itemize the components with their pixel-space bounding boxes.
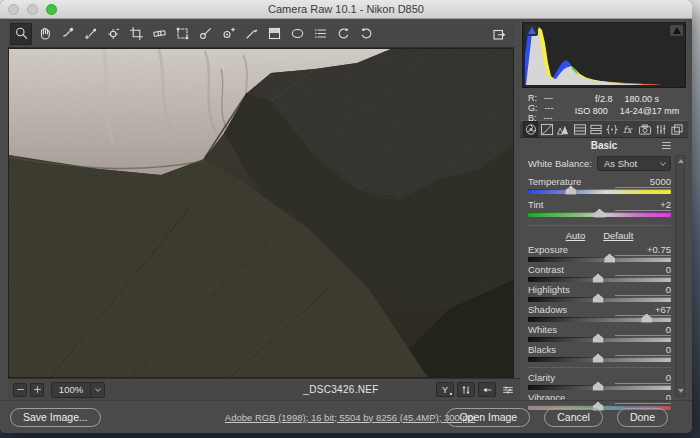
whites-value[interactable]: 0 [615, 325, 671, 336]
rotate-right-tool[interactable] [355, 23, 377, 45]
zoom-tool[interactable] [10, 23, 32, 45]
graduated-filter-tool-icon [267, 26, 282, 41]
tab-tone-curve[interactable] [539, 121, 554, 137]
clarity-slider[interactable] [528, 385, 671, 390]
temperature-slider[interactable] [528, 189, 671, 194]
highlight-clipping-button[interactable] [670, 25, 683, 36]
rotate-right-tool-icon [359, 26, 374, 41]
white-balance-value: As Shot [604, 158, 658, 169]
clarity-slider-thumb[interactable] [593, 382, 604, 391]
auto-link[interactable]: Auto [566, 230, 586, 243]
exposure-slider[interactable] [528, 257, 671, 262]
zoom-window-button[interactable] [46, 4, 57, 15]
shadows-slider[interactable] [528, 317, 671, 322]
lens-corrections-tab-icon [605, 123, 619, 136]
tab-snapshots[interactable] [670, 121, 685, 137]
white-balance-tool-icon [60, 26, 75, 41]
swap-before-after-button[interactable] [457, 382, 475, 397]
tab-hsl-grayscale[interactable] [572, 121, 587, 137]
contrast-value[interactable]: 0 [615, 265, 671, 276]
cancel-button[interactable]: Cancel [544, 408, 603, 427]
graduated-filter-tool[interactable] [263, 23, 285, 45]
contrast-slider-thumb[interactable] [593, 274, 604, 283]
tab-presets[interactable] [653, 121, 668, 137]
tint-value[interactable]: +2 [615, 200, 671, 211]
contrast-slider[interactable] [528, 277, 671, 282]
camera-raw-window: Camera Raw 10.1 - Nikon D850 [0, 0, 692, 433]
white-balance-label: White Balance: [528, 158, 592, 169]
straighten-tool[interactable] [148, 23, 170, 45]
zoom-level-select[interactable]: 100% [51, 382, 105, 398]
adjustment-brush-tool-icon [244, 26, 259, 41]
workflow-options-link[interactable]: Adobe RGB (1998); 16 bit; 5504 by 8256 (… [225, 412, 475, 423]
radial-filter-tool[interactable] [286, 23, 308, 45]
preferences-tool[interactable] [309, 23, 331, 45]
crop-tool[interactable] [125, 23, 147, 45]
blacks-slider-thumb[interactable] [593, 354, 604, 363]
color-sampler-tool[interactable] [79, 23, 101, 45]
panel-scrollbar[interactable] [675, 155, 685, 397]
tab-split-toning[interactable] [588, 121, 603, 137]
scroll-up-icon[interactable] [678, 159, 684, 163]
adjustments-panel: R:--- G:--- B:--- f/2.8180.00 s ISO 8001… [520, 20, 688, 400]
transform-tool[interactable] [171, 23, 193, 45]
white-balance-select[interactable]: As Shot [597, 156, 671, 171]
camera-calibration-tab-icon [638, 123, 652, 136]
blacks-value[interactable]: 0 [615, 345, 671, 356]
targeted-adjustment-tool[interactable] [102, 23, 124, 45]
hand-tool[interactable] [33, 23, 55, 45]
close-button[interactable] [8, 4, 19, 15]
title-bar: Camera Raw 10.1 - Nikon D850 [0, 0, 692, 19]
exposure-value[interactable]: +0.75 [615, 245, 671, 256]
highlights-slider[interactable] [528, 297, 671, 302]
tab-effects[interactable]: fx [621, 121, 636, 137]
red-eye-tool[interactable] [217, 23, 239, 45]
preview-mode-button[interactable]: Y [436, 382, 454, 397]
window-title: Camera Raw 10.1 - Nikon D850 [0, 0, 692, 18]
temperature-slider-thumb[interactable] [565, 186, 576, 195]
zoom-in-button[interactable] [30, 383, 44, 397]
whites-slider-thumb[interactable] [593, 334, 604, 343]
done-button[interactable]: Done [617, 408, 668, 427]
white-balance-tool[interactable] [56, 23, 78, 45]
highlights-slider-thumb[interactable] [593, 294, 604, 303]
blacks-slider[interactable] [528, 357, 671, 362]
chevron-down-icon [90, 383, 104, 397]
tint-slider[interactable] [528, 212, 671, 217]
tab-basic[interactable] [523, 121, 538, 137]
copy-settings-button[interactable] [478, 382, 496, 397]
image-preview[interactable] [8, 48, 514, 378]
slider-row-whites: Whites0 [528, 324, 671, 344]
open-image-button[interactable]: Open Image [446, 408, 530, 427]
highlights-value[interactable]: 0 [615, 285, 671, 296]
exposure-slider-thumb[interactable] [604, 254, 615, 263]
tab-lens-corrections[interactable] [604, 121, 619, 137]
preview-preferences-button[interactable] [499, 382, 517, 397]
tab-detail[interactable] [556, 121, 571, 137]
r-value: --- [544, 93, 553, 103]
g-value: --- [545, 103, 554, 113]
clarity-value[interactable]: 0 [615, 373, 671, 384]
g-label: G: [528, 103, 538, 113]
toggle-fullscreen-icon [492, 27, 507, 42]
minimize-button[interactable] [27, 4, 38, 15]
shadows-value[interactable]: +67 [615, 305, 671, 316]
tab-camera-calibration[interactable] [637, 121, 652, 137]
scroll-down-icon[interactable] [678, 389, 684, 393]
panel-menu-button[interactable] [660, 139, 673, 152]
plus-icon [32, 384, 43, 395]
spot-removal-tool[interactable] [194, 23, 216, 45]
tint-slider-thumb[interactable] [594, 209, 605, 218]
shadow-clipping-icon [528, 27, 536, 34]
menu-icon [660, 139, 673, 152]
whites-slider[interactable] [528, 337, 671, 342]
slider-row-highlights: Highlights0 [528, 284, 671, 304]
shadow-clipping-button[interactable] [525, 25, 538, 36]
zoom-out-button[interactable] [13, 383, 27, 397]
save-image-button[interactable]: Save Image... [10, 408, 101, 427]
temperature-value[interactable]: 5000 [615, 177, 671, 188]
adjustment-brush-tool[interactable] [240, 23, 262, 45]
default-link[interactable]: Default [603, 230, 633, 243]
toggle-fullscreen-button[interactable] [488, 23, 510, 45]
rotate-left-tool[interactable] [332, 23, 354, 45]
